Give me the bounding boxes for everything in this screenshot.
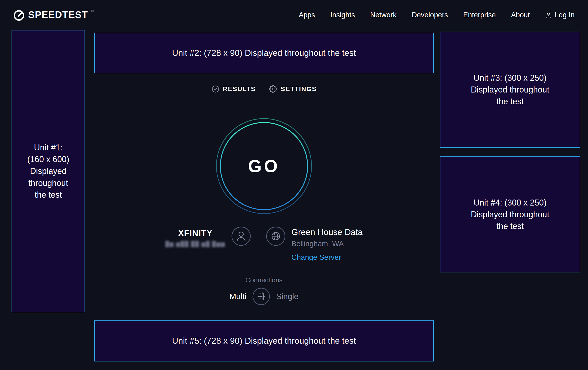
connection-mode-toggle[interactable]: [252, 288, 270, 305]
server-location: Bellingham, WA: [292, 240, 363, 248]
speedtest-logo[interactable]: SPEEDTEST ®: [13, 9, 94, 21]
connection-mode-single[interactable]: Single: [276, 292, 298, 301]
header: SPEEDTEST ® Apps Insights Network Develo…: [0, 0, 588, 30]
isp-user-icon: [231, 227, 251, 247]
nav-item-about[interactable]: About: [511, 11, 530, 19]
server-globe-icon: [266, 227, 285, 247]
main-content: Unit #1: (160 x 600) Displayed throughou…: [0, 30, 588, 361]
connection-mode-multi[interactable]: Multi: [229, 292, 246, 301]
tab-results[interactable]: RESULTS: [211, 85, 256, 93]
gear-icon: [269, 85, 277, 93]
logo-text: SPEEDTEST: [28, 9, 88, 21]
isp-block: XFINITY █▆ ▆██ ██ ▆█ █▆▆: [165, 228, 225, 247]
provider-row: XFINITY █▆ ▆██ ██ ▆█ █▆▆ Gree: [94, 227, 434, 261]
user-icon: [545, 11, 552, 19]
go-button[interactable]: GO: [215, 118, 313, 215]
ad-unit-2-text: Unit #2: (728 x 90) Displayed throughout…: [172, 47, 356, 59]
connections-row: Multi Single: [94, 288, 434, 305]
ad-unit-3-text: Unit #3: (300 x 250) Displayed throughou…: [471, 72, 549, 107]
isp-detail-redacted: █▆ ▆██ ██ ▆█ █▆▆: [165, 241, 225, 247]
multi-connection-arrows-icon: [252, 288, 270, 305]
tab-settings[interactable]: SETTINGS: [269, 85, 317, 93]
logo-trademark: ®: [91, 9, 94, 13]
connections-label: Connections: [94, 276, 434, 284]
check-circle-icon: [211, 85, 220, 93]
center-column: Unit #2: (728 x 90) Displayed throughout…: [94, 30, 434, 361]
nav-item-insights[interactable]: Insights: [330, 11, 355, 19]
tab-bar: RESULTS SETTINGS: [94, 85, 434, 93]
ad-unit-3[interactable]: Unit #3: (300 x 250) Displayed throughou…: [440, 32, 580, 148]
nav-item-apps[interactable]: Apps: [299, 11, 315, 19]
left-ad-column: Unit #1: (160 x 600) Displayed throughou…: [11, 30, 85, 312]
nav-item-developers[interactable]: Developers: [412, 11, 448, 19]
server-name: Green House Data: [292, 228, 363, 237]
ad-unit-5[interactable]: Unit #5: (728 x 90) Displayed throughout…: [94, 320, 434, 361]
ad-unit-4[interactable]: Unit #4: (300 x 250) Displayed throughou…: [440, 156, 580, 272]
ad-unit-1[interactable]: Unit #1: (160 x 600) Displayed throughou…: [11, 30, 85, 312]
server-block: Green House Data Bellingham, WA Change S…: [292, 228, 363, 261]
go-button-label: GO: [248, 156, 280, 176]
ad-unit-4-text: Unit #4: (300 x 250) Displayed throughou…: [471, 197, 549, 232]
tab-results-label: RESULTS: [223, 85, 256, 93]
go-button-area: GO: [94, 118, 434, 215]
login-label: Log In: [555, 11, 575, 19]
main-nav: Apps Insights Network Developers Enterpr…: [299, 11, 575, 19]
nav-item-enterprise[interactable]: Enterprise: [463, 11, 496, 19]
ad-unit-5-text: Unit #5: (728 x 90) Displayed throughout…: [172, 335, 356, 347]
tab-settings-label: SETTINGS: [281, 85, 317, 93]
ad-unit-2[interactable]: Unit #2: (728 x 90) Displayed throughout…: [94, 33, 434, 73]
right-ad-column: Unit #3: (300 x 250) Displayed throughou…: [440, 30, 580, 272]
login-button[interactable]: Log In: [545, 11, 575, 19]
nav-item-network[interactable]: Network: [370, 11, 397, 19]
connections-section: Connections Multi: [94, 276, 434, 305]
isp-name: XFINITY: [165, 228, 225, 238]
speedometer-icon: [13, 9, 25, 21]
ad-unit-1-text: Unit #1: (160 x 600) Displayed throughou…: [27, 142, 69, 201]
change-server-link[interactable]: Change Server: [292, 253, 341, 261]
